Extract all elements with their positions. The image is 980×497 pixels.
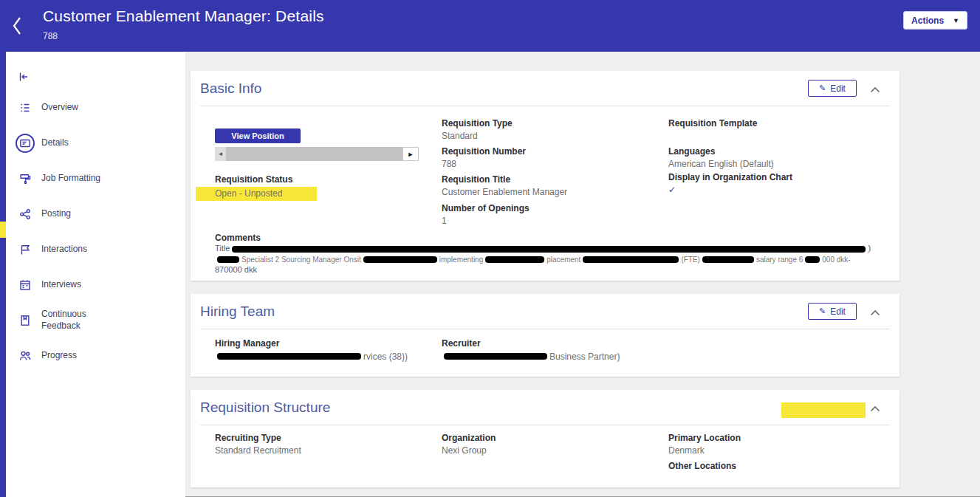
interviews-icon <box>16 275 35 295</box>
strip-highlight-redaction <box>0 222 6 238</box>
redaction-bar <box>805 256 820 263</box>
requisition-structure-collapse-button[interactable] <box>870 402 880 409</box>
collapse-left-icon <box>18 71 30 83</box>
card-divider <box>200 106 890 106</box>
field-label: Languages <box>668 146 890 157</box>
job-formatting-icon <box>16 169 35 188</box>
hiring-team-card: Hiring Team ✎ Edit Hiring Manager rvices… <box>191 294 900 377</box>
field-label: Requisition Status <box>215 174 436 185</box>
sidebar-item-job-formatting[interactable]: Job Formatting <box>6 161 185 196</box>
sidebar-nav-list: Overview Details Job Formatting Posting <box>6 90 185 374</box>
comments-line2: Specialist 2 Sourcing Manager Onsitimple… <box>215 254 891 264</box>
field-label: Display in Organization Chart <box>668 172 890 182</box>
sidebar-item-progress[interactable]: Progress <box>6 338 185 374</box>
hiring-team-collapse-button[interactable] <box>870 306 880 313</box>
comments-field: Comments Title) Specialist 2 Sourcing Ma… <box>215 233 891 275</box>
basic-info-card: Basic Info ✎ Edit View Position ◄ ► Requ… <box>191 71 900 281</box>
display-in-org-chart-field: Display in Organization Chart ✓ <box>668 172 890 195</box>
redaction-bar <box>583 256 679 263</box>
sidebar-item-details[interactable]: Details <box>6 126 185 161</box>
actions-label: Actions <box>911 16 944 26</box>
comments-fragment: implementing <box>439 256 483 264</box>
horizontal-scrollbar: ◄ ► <box>215 147 419 161</box>
comments-fragment: (FTE) <box>681 256 700 264</box>
hiring-team-title: Hiring Team <box>200 304 275 320</box>
page-header: Customer Enablement Manager: Details 788… <box>0 0 980 52</box>
sidebar-item-label: Continuous Feedback <box>41 309 115 332</box>
redaction-bar <box>485 256 544 263</box>
recruiter-field: Recruiter Business Partner) <box>442 338 663 362</box>
checkmark-icon: ✓ <box>668 185 890 195</box>
comments-fragment: 000 dkk- <box>822 256 850 264</box>
sidebar-item-interviews[interactable]: Interviews <box>6 267 185 303</box>
field-label: Requisition Title <box>442 174 663 185</box>
requisition-structure-card: Requisition Structure Recruiting Type St… <box>191 390 900 487</box>
field-value: Denmark <box>668 445 890 456</box>
field-label: Comments <box>215 233 891 243</box>
collapse-sidebar-button[interactable] <box>15 68 32 86</box>
comments-fragment: salary range 6 <box>756 256 803 264</box>
hiring-manager-field: Hiring Manager rvices (38)) <box>215 338 436 362</box>
redaction-bar <box>444 353 547 360</box>
comments-line3: 870000 dkk <box>215 265 891 275</box>
scroll-left-button[interactable]: ◄ <box>215 147 226 161</box>
comments-line1-prefix: Title <box>215 244 230 253</box>
hiring-team-edit-button[interactable]: ✎ Edit <box>808 303 857 320</box>
sidebar-item-posting[interactable]: Posting <box>6 196 185 232</box>
comments-line1-suffix: ) <box>868 244 871 253</box>
other-locations-field: Other Locations <box>668 461 890 473</box>
details-icon <box>16 134 35 153</box>
chevron-up-icon <box>870 405 880 412</box>
header-titles: Customer Enablement Manager: Details 788 <box>43 7 324 41</box>
scrollbar-track[interactable] <box>226 147 402 161</box>
back-button[interactable] <box>12 15 31 37</box>
sidebar-item-interactions[interactable]: Interactions <box>6 232 185 267</box>
field-label: Requisition Type <box>442 118 663 128</box>
field-label: Recruiting Type <box>215 433 436 443</box>
main-content: Basic Info ✎ Edit View Position ◄ ► Requ… <box>185 52 980 497</box>
sidebar-item-overview[interactable]: Overview <box>6 90 185 126</box>
basic-info-edit-button[interactable]: ✎ Edit <box>808 80 857 97</box>
field-label: Number of Openings <box>442 203 663 213</box>
field-value: Standard Recruitment <box>215 445 436 456</box>
basic-info-collapse-button[interactable] <box>870 83 880 90</box>
primary-location-field: Primary Location Denmark <box>668 433 890 456</box>
sidebar-item-label: Overview <box>41 102 78 114</box>
field-label: Requisition Template <box>668 118 890 128</box>
sidebar-item-label: Job Formatting <box>41 173 100 185</box>
view-position-button[interactable]: View Position <box>215 128 301 143</box>
recruiter-value: Business Partner) <box>442 351 663 362</box>
redaction-bar <box>363 256 437 263</box>
requisition-template-field: Requisition Template <box>668 118 890 131</box>
posting-icon <box>16 205 35 224</box>
comments-line1: Title) <box>215 244 891 253</box>
redaction-bar <box>217 353 361 360</box>
organization-field: Organization Nexi Group <box>442 433 663 456</box>
sidebar-item-continuous-feedback[interactable]: Continuous Feedback <box>6 303 185 338</box>
hiring-manager-visible-suffix: rvices (38)) <box>363 352 408 362</box>
card-divider <box>200 329 890 329</box>
progress-icon <box>16 346 35 366</box>
requisition-structure-title: Requisition Structure <box>200 400 330 416</box>
actions-button[interactable]: Actions ▼ <box>903 11 967 30</box>
field-label: Organization <box>442 433 663 443</box>
field-value: Nexi Group <box>442 445 663 456</box>
app-root: Customer Enablement Manager: Details 788… <box>0 0 980 497</box>
page-title: Customer Enablement Manager: Details <box>43 7 324 25</box>
edit-label: Edit <box>830 83 846 94</box>
hiring-manager-value: rvices (38)) <box>215 351 436 362</box>
field-value: Customer Enablement Manager <box>442 187 663 197</box>
continuous-feedback-icon <box>16 311 35 330</box>
field-label: Hiring Manager <box>215 338 436 349</box>
pencil-icon: ✎ <box>819 306 826 316</box>
scroll-right-button[interactable]: ► <box>402 147 419 161</box>
highlight-redaction <box>781 402 866 418</box>
field-value: Standard <box>442 131 663 141</box>
field-value: 1 <box>442 216 663 226</box>
sidebar-item-label: Interviews <box>41 279 81 291</box>
edit-label: Edit <box>830 306 846 317</box>
redaction-bar <box>702 256 754 263</box>
sidebar-item-label: Progress <box>41 350 77 362</box>
languages-field: Languages American English (Default) <box>668 146 890 169</box>
interactions-icon <box>16 240 35 259</box>
